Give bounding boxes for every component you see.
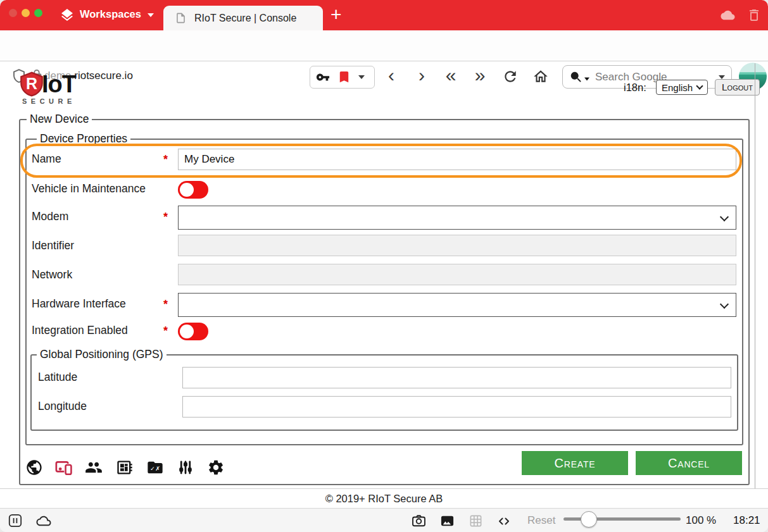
new-tab-button[interactable]: + (330, 4, 342, 25)
identifier-input (178, 235, 736, 256)
rewind-button[interactable]: « (441, 64, 460, 87)
workspaces-chevron-icon[interactable] (148, 13, 154, 17)
bookmark-group (310, 66, 375, 89)
riot-secure-logo[interactable]: R IoT SECURE (19, 70, 127, 105)
logo-r-letter: R (26, 75, 37, 92)
hardware-interface-required-marker: * (163, 298, 168, 311)
zoom-window-button[interactable] (34, 9, 42, 17)
name-input[interactable] (178, 149, 736, 170)
image-icon[interactable] (439, 513, 455, 529)
tab-title: RIoT Secure | Console (194, 13, 296, 24)
chevron-down-icon (720, 213, 729, 221)
logo-subtitle: SECURE (22, 97, 76, 105)
footer-divider (0, 488, 768, 489)
toggle-knob (180, 325, 194, 338)
trash-icon[interactable] (746, 8, 762, 23)
screenshot-camera-icon[interactable] (411, 513, 427, 529)
name-label: Name (32, 152, 61, 166)
vehicle-maintenance-toggle[interactable] (178, 181, 208, 199)
modules-nav-icon[interactable] (116, 459, 134, 476)
language-select[interactable]: English (656, 80, 708, 95)
logo-wordmark: IoT (42, 71, 76, 98)
copyright-text: © 2019+ RIoT Secure AB (0, 493, 768, 505)
chevron-down-icon (696, 82, 703, 89)
minimize-window-button[interactable] (22, 9, 30, 17)
rules-nav-icon[interactable]: ✓ ✗ (146, 459, 164, 476)
hardware-interface-label: Hardware Interface (32, 297, 126, 311)
vehicle-maintenance-label: Vehicle in Maintenance (32, 182, 146, 195)
pause-icon[interactable] (8, 513, 23, 528)
svg-text:✓: ✓ (150, 465, 155, 472)
logout-button[interactable]: Logout (715, 79, 760, 96)
cancel-button[interactable]: Cancel (636, 451, 742, 475)
hardware-interface-select[interactable] (178, 293, 736, 317)
reload-icon[interactable] (502, 68, 519, 85)
longitude-label: Longitude (38, 400, 87, 413)
bookmark-flag-icon[interactable] (337, 70, 351, 84)
grid-icon[interactable] (468, 513, 484, 529)
clock-text: 18:21 (733, 514, 760, 527)
cloud-sync-icon[interactable] (719, 8, 736, 22)
code-icon[interactable] (496, 514, 512, 529)
active-tab[interactable]: RIoT Secure | Console (163, 6, 323, 30)
modem-select[interactable] (178, 206, 736, 230)
close-window-button[interactable] (9, 9, 17, 17)
forward-button[interactable]: › (412, 64, 431, 87)
svg-text:✗: ✗ (155, 465, 160, 472)
device-properties-legend: Device Properties (37, 132, 130, 145)
search-engine-chevron-icon[interactable] (584, 77, 589, 80)
cloud-icon[interactable] (34, 514, 53, 528)
integration-enabled-toggle[interactable] (178, 323, 208, 340)
home-icon[interactable] (532, 68, 549, 85)
new-device-legend: New Device (27, 113, 92, 126)
longitude-input[interactable] (182, 396, 731, 418)
devices-nav-icon-active[interactable] (55, 459, 73, 476)
latitude-input[interactable] (182, 367, 731, 388)
back-button[interactable]: ‹ (382, 64, 401, 87)
browser-topbar: Workspaces RIoT Secure | Console + (0, 0, 768, 30)
toggle-knob (180, 183, 194, 197)
url-toolbar: demo.riotsecure.io ‹ › « » (0, 30, 768, 61)
browser-window: Workspaces RIoT Secure | Console + demo.… (0, 0, 768, 532)
zoom-slider-knob[interactable] (581, 511, 597, 528)
modem-label: Modem (32, 210, 68, 223)
settings-nav-icon[interactable] (207, 459, 225, 476)
reset-button[interactable]: Reset (527, 514, 555, 527)
modem-required-marker: * (163, 211, 168, 224)
gps-fieldset: Global Positioning (GPS) (30, 354, 738, 431)
search-dropdown-chevron-icon[interactable] (719, 75, 725, 79)
i18n-label: i18n: (624, 82, 646, 94)
workspaces-icon[interactable] (60, 8, 75, 23)
search-icon (569, 70, 583, 84)
logo-shield-icon: R (19, 70, 44, 99)
bookmark-menu-chevron-icon[interactable] (358, 75, 365, 79)
network-input (178, 264, 736, 285)
chevron-down-icon (720, 300, 729, 309)
latitude-label: Latitude (38, 371, 77, 384)
key-icon[interactable] (316, 70, 330, 84)
create-button[interactable]: Create (522, 451, 628, 475)
zoom-level-value: 100 % (686, 514, 716, 527)
identifier-label: Identifier (32, 239, 74, 252)
language-selected-value: English (662, 82, 697, 93)
workspaces-label[interactable]: Workspaces (80, 8, 141, 20)
scrollbar[interactable] (755, 63, 755, 488)
world-nav-icon[interactable] (25, 459, 43, 476)
gps-legend: Global Positioning (GPS) (37, 348, 167, 361)
name-required-marker: * (163, 153, 168, 166)
parameters-nav-icon[interactable] (177, 459, 194, 476)
fast-forward-button[interactable]: » (470, 64, 489, 87)
integration-enabled-label: Integration Enabled (32, 324, 128, 337)
integration-required-marker: * (163, 325, 168, 338)
users-nav-icon[interactable] (85, 459, 103, 476)
network-label: Network (32, 268, 72, 281)
page-icon (175, 12, 187, 24)
